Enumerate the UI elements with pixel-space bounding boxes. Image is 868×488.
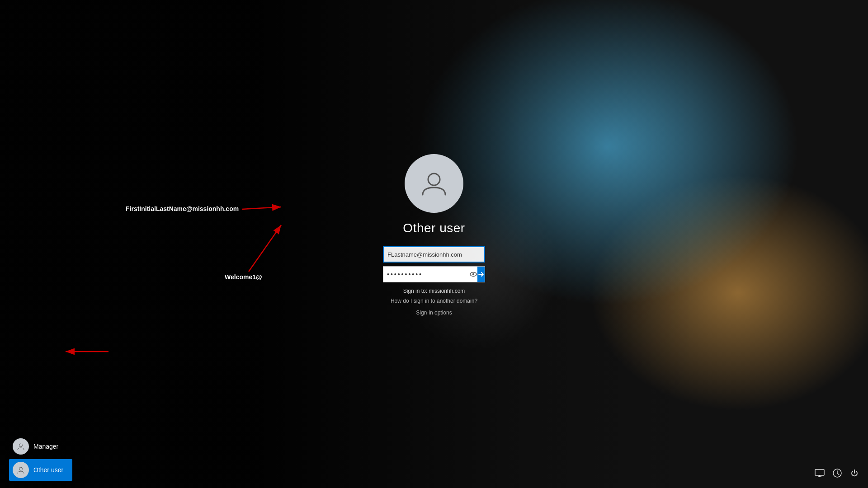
other-user-avatar — [13, 462, 29, 478]
svg-point-0 — [428, 174, 440, 185]
sign-in-options-link[interactable]: Sign-in options — [416, 310, 452, 316]
user-list: Manager Other user — [9, 436, 72, 481]
manager-avatar — [13, 438, 29, 455]
login-panel: Other user Sign in to: missionhh.com How… — [383, 154, 485, 316]
system-icons — [815, 469, 859, 481]
bottom-bar: Manager Other user — [0, 434, 868, 488]
annotation-password-label: Welcome1@ — [225, 273, 262, 281]
manager-label: Manager — [33, 443, 58, 450]
avatar — [405, 154, 463, 213]
other-user-label: Other user — [33, 466, 63, 474]
username-title: Other user — [403, 221, 465, 235]
svg-point-8 — [19, 467, 23, 470]
sign-in-to-label: Sign in to: missionhh.com — [403, 288, 465, 294]
network-icon[interactable] — [815, 469, 825, 479]
password-input[interactable] — [383, 267, 470, 282]
submit-button[interactable] — [477, 267, 485, 282]
show-password-button[interactable] — [470, 267, 477, 282]
svg-point-7 — [19, 444, 23, 447]
accessibility-icon[interactable] — [833, 469, 842, 480]
user-item-manager[interactable]: Manager — [9, 436, 72, 457]
svg-point-2 — [472, 273, 474, 275]
power-icon[interactable] — [850, 469, 859, 480]
password-row — [383, 266, 485, 282]
annotation-email-label: FirstInitialLastName@missionhh.com — [126, 205, 239, 212]
email-input[interactable] — [383, 246, 485, 263]
domain-help-link[interactable]: How do I sign in to another domain? — [391, 298, 477, 304]
user-item-other[interactable]: Other user — [9, 459, 72, 481]
svg-rect-9 — [815, 469, 824, 475]
